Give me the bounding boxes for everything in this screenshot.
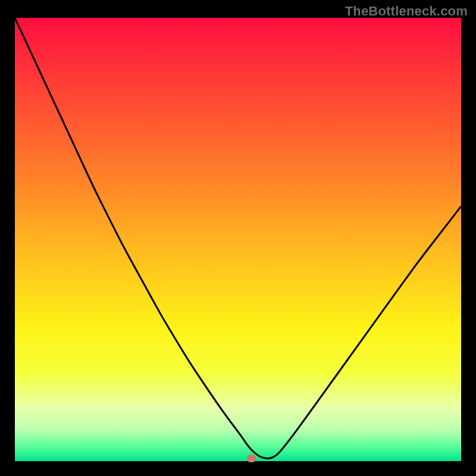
optimal-point-marker <box>246 455 256 462</box>
watermark-text: TheBottleneck.com <box>345 4 468 19</box>
bottleneck-chart <box>0 0 476 476</box>
chart-background <box>15 18 461 461</box>
chart-frame: TheBottleneck.com <box>0 0 476 476</box>
